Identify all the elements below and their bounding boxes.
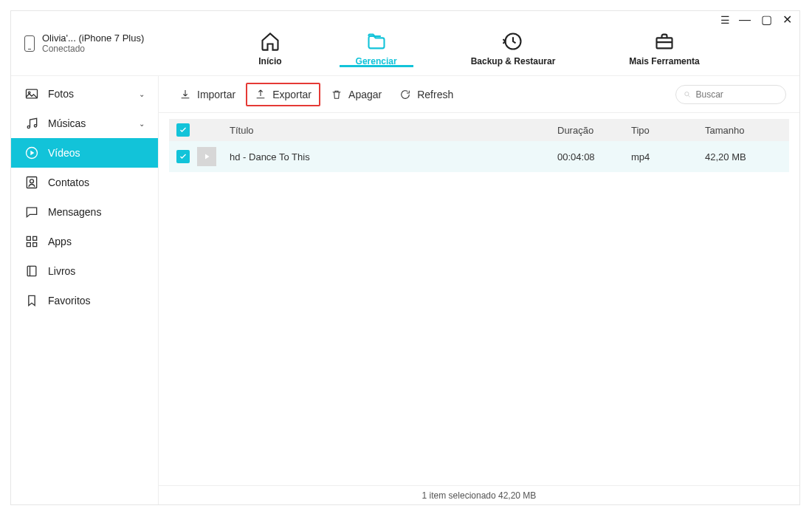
row-checkbox[interactable]	[176, 150, 190, 163]
device-status: Conectado	[42, 44, 144, 54]
messages-icon	[24, 205, 39, 219]
sidebar-favs-label: Favoritos	[48, 295, 91, 307]
refresh-button[interactable]: Refresh	[392, 84, 461, 105]
chevron-down-icon: ⌄	[139, 120, 145, 128]
play-button[interactable]	[197, 147, 216, 166]
svg-rect-1	[657, 38, 672, 48]
svg-rect-13	[27, 266, 36, 275]
sidebar-apps-label: Apps	[48, 236, 72, 247]
home-icon	[260, 31, 281, 52]
svg-point-4	[27, 126, 30, 128]
export-label: Exportar	[272, 89, 312, 100]
toolbox-icon	[654, 31, 675, 52]
search-icon	[684, 90, 691, 99]
folder-icon	[366, 31, 387, 52]
sidebar-contacts-label: Contatos	[48, 177, 89, 188]
nav-manage[interactable]: Gerenciar	[348, 21, 405, 66]
sidebar-photos-label: Fotos	[48, 88, 74, 100]
col-duration[interactable]: Duração	[557, 125, 631, 136]
bookmark-icon	[24, 293, 39, 308]
trash-icon	[331, 89, 343, 100]
delete-button[interactable]: Apagar	[323, 84, 389, 105]
main-nav: Início Gerenciar Backup & Restaurar Mais…	[159, 21, 799, 66]
col-size[interactable]: Tamanho	[705, 125, 786, 136]
photo-icon	[24, 86, 39, 101]
import-icon	[179, 89, 191, 100]
sidebar-item-videos[interactable]: Vídeos	[11, 138, 158, 168]
row-title: hd - Dance To This	[224, 151, 557, 162]
device-block: Olivia'... (iPhone 7 Plus) Conectado	[11, 32, 159, 54]
nav-backup-label: Backup & Restaurar	[471, 56, 556, 66]
svg-rect-7	[27, 177, 36, 188]
sidebar-item-apps[interactable]: Apps	[11, 227, 158, 256]
sidebar: Fotos ⌄ Músicas ⌄ Vídeos Contatos Mensag…	[11, 76, 159, 504]
refresh-icon	[399, 89, 411, 100]
sidebar-messages-label: Mensagens	[48, 206, 101, 218]
contacts-icon	[24, 175, 39, 190]
import-button[interactable]: Importar	[172, 84, 243, 105]
table-header: Título Duração Tipo Tamanho	[169, 119, 789, 141]
status-text: 1 item selecionado 42,20 MB	[422, 490, 537, 501]
row-size: 42,20 MB	[705, 151, 786, 162]
device-name: Olivia'... (iPhone 7 Plus)	[42, 32, 144, 44]
col-title[interactable]: Título	[224, 125, 557, 136]
row-type: mp4	[631, 151, 705, 162]
nav-home[interactable]: Início	[251, 21, 289, 66]
svg-rect-11	[27, 243, 30, 247]
sidebar-music-label: Músicas	[48, 117, 86, 129]
col-type[interactable]: Tipo	[631, 125, 705, 136]
sidebar-books-label: Livros	[48, 265, 75, 277]
import-label: Importar	[197, 89, 235, 100]
sidebar-item-music[interactable]: Músicas ⌄	[11, 109, 158, 138]
nav-tools[interactable]: Mais Ferramenta	[622, 21, 706, 66]
backup-icon	[503, 31, 523, 52]
toolbar: Importar Exportar Apagar Refresh	[159, 76, 799, 113]
status-bar: 1 item selecionado 42,20 MB	[159, 485, 799, 504]
music-icon	[24, 116, 39, 131]
video-table: Título Duração Tipo Tamanho hd - Dance T…	[159, 113, 799, 485]
chevron-down-icon: ⌄	[139, 90, 145, 98]
nav-tools-label: Mais Ferramenta	[629, 56, 699, 66]
search-box[interactable]	[675, 85, 786, 104]
nav-home-label: Início	[258, 56, 281, 66]
table-row[interactable]: hd - Dance To This 00:04:08 mp4 42,20 MB	[169, 141, 789, 172]
phone-icon	[24, 35, 35, 52]
sidebar-item-contacts[interactable]: Contatos	[11, 168, 158, 197]
export-icon	[255, 89, 266, 100]
svg-point-14	[685, 92, 689, 95]
export-button[interactable]: Exportar	[246, 83, 320, 106]
row-duration: 00:04:08	[557, 151, 631, 162]
sidebar-item-favorites[interactable]: Favoritos	[11, 286, 158, 315]
delete-label: Apagar	[348, 89, 382, 100]
svg-rect-10	[33, 236, 37, 240]
search-input[interactable]	[695, 89, 778, 100]
nav-backup[interactable]: Backup & Restaurar	[464, 21, 563, 66]
nav-manage-label: Gerenciar	[356, 56, 397, 66]
sidebar-item-books[interactable]: Livros	[11, 256, 158, 286]
video-icon	[24, 145, 39, 160]
svg-point-8	[30, 179, 34, 183]
sidebar-item-photos[interactable]: Fotos ⌄	[11, 79, 158, 109]
books-icon	[24, 264, 39, 278]
refresh-label: Refresh	[417, 89, 453, 100]
apps-icon	[24, 234, 39, 249]
select-all-checkbox[interactable]	[176, 123, 190, 137]
svg-point-5	[34, 125, 36, 127]
svg-rect-12	[33, 243, 37, 247]
svg-rect-9	[27, 236, 30, 240]
sidebar-item-messages[interactable]: Mensagens	[11, 197, 158, 227]
topbar: Olivia'... (iPhone 7 Plus) Conectado Iní…	[11, 11, 799, 76]
sidebar-videos-label: Vídeos	[48, 147, 80, 159]
